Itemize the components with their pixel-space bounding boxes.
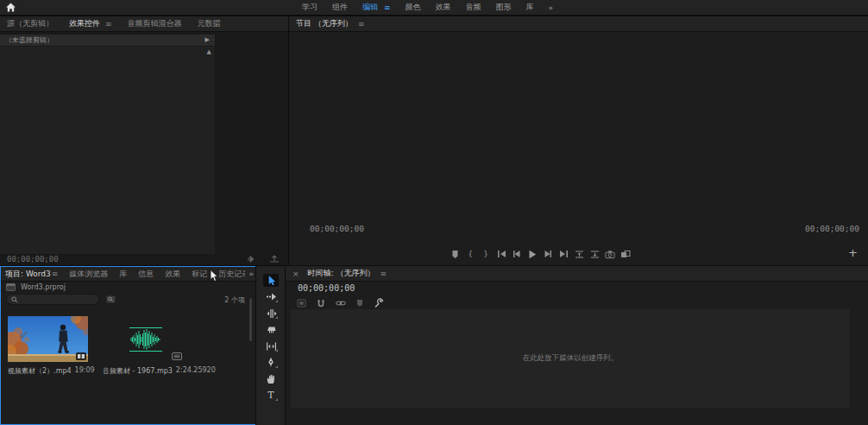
tool-slip[interactable] [263, 339, 279, 352]
search-input[interactable] [22, 295, 94, 304]
timeline-timecode[interactable]: 00;00;00;00 [298, 283, 355, 293]
tab-info[interactable]: 信息 [138, 269, 154, 280]
project-panel: 项目: Word3 ≡ 媒体浏览器 库 信息 效果 标记 历史记录 » Word… [0, 266, 256, 425]
home-icon [5, 2, 16, 13]
tool-razor[interactable] [263, 323, 279, 336]
extract-icon[interactable] [589, 249, 600, 259]
media-item-duration: 2:24.25920 [176, 366, 216, 376]
workspace-bar: 学习 组件 编辑 ≡ 颜色 效果 音频 图形 库 » [0, 0, 868, 16]
search-bin-icon[interactable] [106, 295, 116, 303]
media-item-video[interactable]: 视频素材（2）.mp4 19:09 [8, 314, 94, 376]
tab-program-monitor[interactable]: 节目 （无序列） [296, 18, 353, 29]
program-timecode-current[interactable]: 00;00;00;00 [310, 224, 364, 233]
workspace-tab-learn[interactable]: 学习 [302, 2, 318, 13]
workspace-tab-audio[interactable]: 音频 [466, 2, 481, 13]
project-scrollbar[interactable] [249, 298, 252, 341]
panel-menu-icon[interactable]: ≡ [358, 20, 365, 29]
media-item-name[interactable]: 音频素材 - 1967.mp3 [103, 366, 173, 376]
panel-menu-icon[interactable]: ≡ [380, 270, 387, 278]
workspace-tab-assembly[interactable]: 组件 [332, 2, 348, 13]
program-timecode-duration: 00;00;00;00 [805, 224, 859, 233]
timeline-panel: × 时间轴: （无序列） ≡ 00;00;00;00 在此处放下媒体以创建序列。 [286, 266, 868, 425]
program-monitor-panel: 节目 （无序列） ≡ 00;00;00;00 00;00;00;00 { } [289, 16, 868, 266]
program-tabbar: 节目 （无序列） ≡ [289, 16, 868, 32]
play-icon[interactable] [527, 249, 538, 259]
lift-icon[interactable] [574, 249, 584, 259]
effect-controls-body: ▲ [0, 47, 215, 254]
add-marker-icon[interactable] [450, 249, 460, 259]
effect-controls-tabbar: 源（无剪辑） 效果控件 ≡ 音频剪辑混合器 元数据 [0, 16, 288, 32]
export-frame-icon[interactable] [269, 255, 280, 263]
tab-effects[interactable]: 效果 [165, 269, 180, 280]
tab-libraries[interactable]: 库 [119, 269, 127, 280]
step-back-icon[interactable] [512, 249, 522, 259]
scroll-up-icon[interactable]: ▲ [207, 48, 211, 55]
expand-icon[interactable]: ▶ [205, 35, 210, 46]
workspace-tab-graphics[interactable]: 图形 [496, 2, 512, 13]
step-forward-icon[interactable] [543, 249, 553, 259]
export-frame-icon[interactable] [605, 249, 615, 259]
breadcrumb-label: Word3.prproj [21, 283, 66, 291]
workspace-tab-color[interactable]: 颜色 [406, 2, 421, 13]
add-marker-icon[interactable] [356, 299, 363, 308]
workspace-overflow-icon[interactable]: » [549, 3, 554, 12]
clip-header: （未选择剪辑） ▶ [0, 35, 215, 46]
audio-thumbnail[interactable] [103, 316, 189, 362]
go-to-out-icon[interactable] [558, 249, 569, 259]
video-badge-icon [76, 352, 86, 360]
tab-timeline[interactable]: 时间轴: （无序列） [308, 268, 375, 279]
audio-badge-icon [172, 352, 182, 360]
workspace-tab-libraries[interactable]: 库 [526, 2, 534, 13]
nest-icon[interactable] [297, 299, 306, 308]
settings-wrench-icon[interactable] [374, 298, 384, 308]
search-icon [11, 296, 18, 303]
item-count: 2 个项 [224, 295, 245, 305]
tools-panel: T [256, 266, 286, 425]
mark-out-icon[interactable]: } [481, 249, 491, 259]
snap-icon[interactable] [317, 299, 325, 308]
premiere-window: 学习 组件 编辑 ≡ 颜色 效果 音频 图形 库 » 源（无剪辑） 效果控件 ≡… [0, 0, 868, 425]
search-box[interactable] [6, 294, 99, 305]
mark-in-icon[interactable]: { [465, 249, 475, 259]
tab-media-browser[interactable]: 媒体浏览器 [69, 269, 108, 280]
transport-controls: { } [450, 249, 631, 259]
effect-controls-timecode[interactable]: 00;00;00;00 [7, 255, 59, 263]
panel-menu-icon[interactable]: ≡ [52, 270, 59, 278]
media-item-duration: 19:09 [75, 366, 95, 376]
clip-header-label: （未选择剪辑） [5, 36, 53, 44]
tab-metadata[interactable]: 元数据 [198, 18, 221, 29]
tool-track-select-forward[interactable] [263, 290, 279, 303]
media-item-name[interactable]: 视频素材（2）.mp4 [8, 366, 72, 376]
timeline-drop-zone[interactable]: 在此处放下媒体以创建序列。 [291, 309, 850, 408]
go-to-in-icon[interactable] [496, 249, 506, 259]
tool-ripple-edit[interactable] [263, 307, 279, 320]
tool-pen[interactable] [263, 356, 279, 369]
type-tool-glyph: T [267, 390, 274, 401]
tab-effect-controls[interactable]: 效果控件 [69, 18, 100, 29]
tool-type[interactable]: T [263, 389, 279, 402]
workspace-tab-editing[interactable]: 编辑 [362, 2, 378, 13]
tab-markers[interactable]: 标记 [192, 269, 207, 280]
video-thumbnail[interactable] [8, 316, 88, 362]
breadcrumb[interactable]: Word3.prproj [6, 283, 66, 291]
linked-selection-icon[interactable] [336, 299, 346, 308]
panel-menu-icon[interactable]: ≡ [105, 20, 112, 29]
tool-selection[interactable] [263, 274, 279, 287]
tab-project[interactable]: 项目: Word3 [5, 269, 51, 280]
media-item-audio[interactable]: 音频素材 - 1967.mp3 2:24.25920 [103, 314, 189, 376]
project-bin-icon [6, 283, 16, 291]
effect-controls-panel: 源（无剪辑） 效果控件 ≡ 音频剪辑混合器 元数据 （未选择剪辑） ▶ ▲ 00… [0, 16, 288, 266]
comparison-view-icon[interactable] [620, 249, 631, 259]
button-editor-plus[interactable]: + [848, 247, 858, 258]
home-button[interactable] [4, 1, 17, 14]
workspace-menu-icon[interactable]: ≡ [384, 3, 391, 12]
play-audio-icon[interactable] [248, 255, 257, 263]
timeline-toolbar [297, 298, 384, 308]
tab-source-monitor[interactable]: 源（无剪辑） [7, 18, 53, 29]
workspace-tabs: 学习 组件 编辑 ≡ 颜色 效果 音频 图形 库 » [302, 0, 553, 15]
tool-hand[interactable] [263, 372, 279, 385]
workspace-tab-effects[interactable]: 效果 [436, 2, 451, 13]
tab-audio-clip-mixer[interactable]: 音频剪辑混合器 [128, 18, 182, 29]
close-icon[interactable]: × [292, 270, 299, 278]
tab-overflow-icon[interactable]: » [245, 267, 254, 281]
